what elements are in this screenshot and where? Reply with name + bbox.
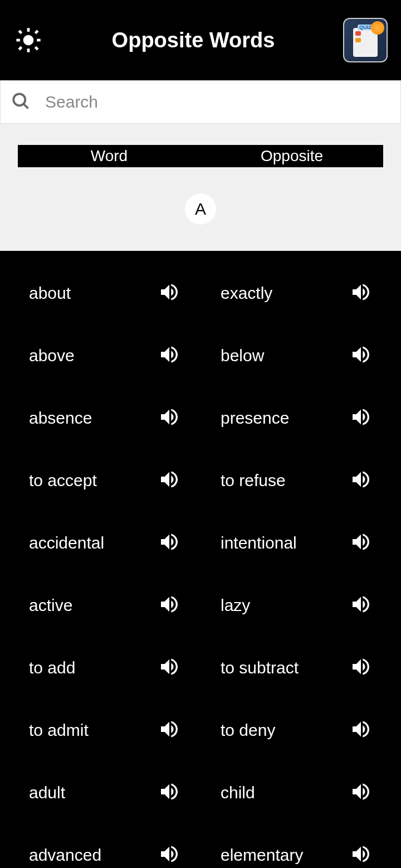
opposite-text: to subtract (221, 658, 350, 677)
word-text: about (29, 284, 158, 303)
word-text: to add (29, 658, 158, 677)
play-opposite-button[interactable] (350, 780, 372, 805)
speaker-icon (158, 468, 180, 493)
play-opposite-button[interactable] (350, 468, 372, 493)
section-header: A (0, 167, 401, 251)
play-opposite-button[interactable] (350, 531, 372, 555)
word-text: adult (29, 783, 158, 802)
search-icon (11, 91, 31, 113)
speaker-icon (350, 843, 372, 867)
section-letter-badge: A (185, 193, 216, 225)
word-text: accidental (29, 534, 158, 552)
speaker-icon (350, 718, 372, 743)
word-row[interactable]: activelazy (0, 574, 401, 637)
word-list[interactable]: aboutexactlyabovebelowabsencepresenceto … (0, 251, 401, 868)
speaker-icon (350, 281, 372, 306)
speaker-icon (350, 468, 372, 493)
svg-point-0 (25, 36, 32, 44)
svg-line-3 (19, 31, 22, 33)
play-opposite-button[interactable] (350, 406, 372, 430)
word-row[interactable]: to acceptto refuse (0, 449, 401, 512)
opposite-text: to deny (221, 721, 350, 740)
search-input[interactable] (45, 93, 390, 111)
svg-point-9 (13, 94, 25, 105)
brightness-icon (14, 26, 43, 55)
svg-line-8 (35, 31, 38, 33)
column-header-opposite: Opposite (200, 147, 383, 165)
play-word-button[interactable] (158, 656, 180, 680)
play-opposite-button[interactable] (350, 343, 372, 368)
speaker-icon (158, 656, 180, 680)
word-text: active (29, 596, 158, 615)
play-opposite-button[interactable] (350, 281, 372, 306)
opposite-text: intentional (221, 534, 350, 552)
word-row[interactable]: advancedelementary (0, 824, 401, 868)
spacer (0, 124, 401, 145)
page-title: Opposite Words (43, 28, 343, 52)
speaker-icon (350, 780, 372, 805)
opposite-text: below (221, 346, 350, 365)
play-opposite-button[interactable] (350, 718, 372, 743)
svg-line-10 (23, 104, 28, 108)
word-row[interactable]: absencepresence (0, 387, 401, 449)
play-word-button[interactable] (158, 343, 180, 368)
play-opposite-button[interactable] (350, 593, 372, 618)
word-text: to admit (29, 721, 158, 740)
speaker-icon (158, 406, 180, 430)
play-word-button[interactable] (158, 593, 180, 618)
play-word-button[interactable] (158, 406, 180, 430)
svg-line-4 (35, 47, 38, 50)
play-word-button[interactable] (158, 843, 180, 867)
word-row[interactable]: abovebelow (0, 324, 401, 387)
opposite-text: exactly (221, 284, 350, 303)
play-word-button[interactable] (158, 281, 180, 306)
speaker-icon (158, 343, 180, 368)
quiz-icon: QUIZ (349, 23, 382, 57)
word-row[interactable]: adultchild (0, 762, 401, 824)
quiz-button[interactable]: QUIZ (343, 18, 388, 62)
word-row[interactable]: accidentalintentional (0, 512, 401, 574)
opposite-text: lazy (221, 596, 350, 615)
word-row[interactable]: to admitto deny (0, 699, 401, 762)
opposite-text: elementary (221, 846, 350, 865)
svg-line-7 (19, 47, 22, 50)
play-word-button[interactable] (158, 531, 180, 555)
speaker-icon (350, 593, 372, 618)
speaker-icon (350, 343, 372, 368)
speaker-icon (158, 780, 180, 805)
speaker-icon (350, 406, 372, 430)
play-word-button[interactable] (158, 780, 180, 805)
play-opposite-button[interactable] (350, 656, 372, 680)
speaker-icon (158, 281, 180, 306)
column-header-word: Word (18, 147, 200, 165)
table-header: Word Opposite (0, 145, 401, 167)
speaker-icon (158, 718, 180, 743)
brightness-button[interactable] (13, 25, 43, 55)
play-word-button[interactable] (158, 718, 180, 743)
opposite-text: child (221, 783, 350, 802)
search-bar[interactable] (0, 80, 401, 124)
word-text: above (29, 346, 158, 365)
word-text: absence (29, 409, 158, 428)
speaker-icon (350, 531, 372, 555)
speaker-icon (158, 593, 180, 618)
speaker-icon (158, 843, 180, 867)
speaker-icon (350, 656, 372, 680)
play-opposite-button[interactable] (350, 843, 372, 867)
opposite-text: presence (221, 409, 350, 428)
word-row[interactable]: aboutexactly (0, 262, 401, 324)
word-row[interactable]: to addto subtract (0, 637, 401, 699)
speaker-icon (158, 531, 180, 555)
word-text: to accept (29, 471, 158, 490)
word-text: advanced (29, 846, 158, 865)
play-word-button[interactable] (158, 468, 180, 493)
opposite-text: to refuse (221, 471, 350, 490)
app-header: Opposite Words QUIZ (0, 0, 401, 80)
